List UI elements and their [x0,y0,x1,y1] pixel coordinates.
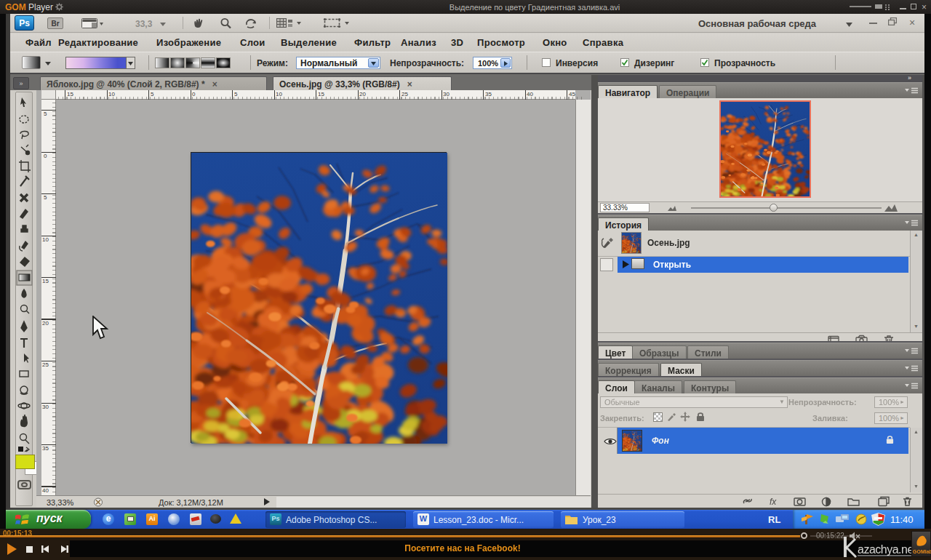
svg-text:fx: fx [770,497,777,507]
svg-text:azachya.net: azachya.net [858,543,917,556]
